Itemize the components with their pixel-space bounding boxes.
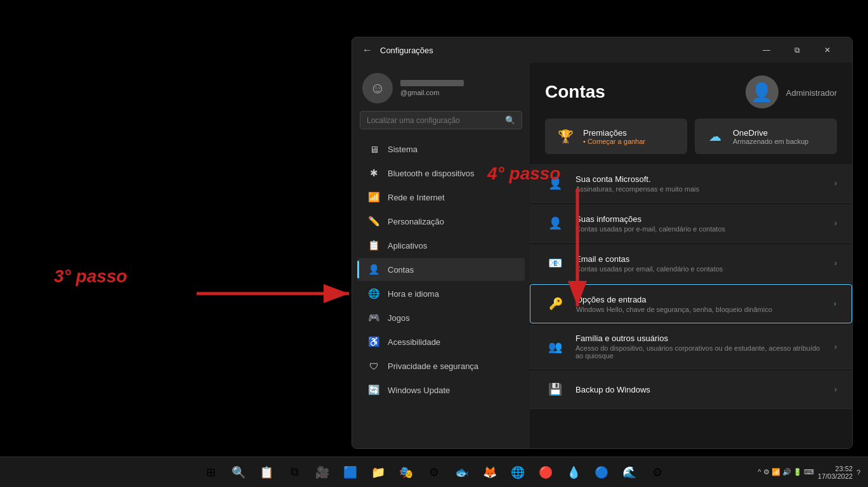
- taskbar-chrome[interactable]: 🌐: [505, 460, 530, 485]
- search-box[interactable]: 🔍: [360, 111, 522, 129]
- user-info: @gmail.com: [400, 80, 464, 96]
- microsoft-account-content: Sua conta Microsoft. Assinaturas, recomp…: [575, 174, 824, 193]
- taskbar-teams[interactable]: 🎥: [310, 460, 335, 485]
- microsoft-account-desc: Assinaturas, recompensas e muito mais: [575, 185, 824, 193]
- backup-content: Backup do Windows: [575, 385, 824, 394]
- nav-item-jogos[interactable]: 🎮 Jogos: [357, 306, 525, 329]
- nav-label-acessibilidade: Acessibilidade: [388, 337, 440, 347]
- taskbar-app4[interactable]: 💧: [561, 460, 586, 485]
- premiacoes-text: Premiações • Começar a ganhar: [583, 128, 645, 145]
- backup-title: Backup do Windows: [575, 385, 824, 394]
- taskbar-icons: ^ ⚙ 📶 🔊 🔋 ⌨: [758, 468, 813, 476]
- maximize-button[interactable]: ⧉: [782, 40, 812, 60]
- page-title: Contas: [545, 82, 605, 102]
- back-button[interactable]: ←: [362, 44, 372, 56]
- menu-backup[interactable]: 💾 Backup do Windows ›: [530, 370, 852, 409]
- settings-window: ← Configurações — ⧉ ✕ ☺ @gmail.com 🔍: [352, 37, 853, 449]
- suas-informacoes-desc: Contas usadas por e-mail, calendário e c…: [575, 225, 824, 233]
- info-cards: 🏆 Premiações • Começar a ganhar ☁ OneDri…: [530, 119, 852, 164]
- nav-item-windows-update[interactable]: 🔄 Windows Update: [357, 379, 525, 401]
- taskbar-widgets[interactable]: ⧉: [282, 460, 307, 485]
- suas-informacoes-content: Suas informações Contas usadas por e-mai…: [575, 214, 824, 233]
- taskbar-app5[interactable]: 🔵: [589, 460, 614, 485]
- taskbar-center: ⊞ 🔍 📋 ⧉ 🎥 🟦 📁 🎭 ⚙ 🐟 🦊 🌐 🔴 💧 🔵 🌊 ⚙: [198, 460, 670, 485]
- page-subtitle: Administrador: [786, 88, 837, 98]
- nav-label-sistema: Sistema: [388, 145, 418, 154]
- user-profile: ☺ @gmail.com: [352, 63, 530, 111]
- close-button[interactable]: ✕: [813, 40, 842, 60]
- taskbar-taskview[interactable]: 📋: [254, 460, 279, 485]
- contas-icon: 👤: [367, 263, 380, 276]
- nav-label-hora: Hora e idioma: [388, 289, 439, 299]
- taskbar-discord[interactable]: 🎭: [393, 460, 419, 485]
- taskbar-settings[interactable]: ⚙: [645, 460, 670, 485]
- nav-item-contas[interactable]: 👤 Contas: [357, 258, 525, 281]
- nav-label-aplicativos: Aplicativos: [388, 241, 427, 250]
- taskbar: ⊞ 🔍 📋 ⧉ 🎥 🟦 📁 🎭 ⚙ 🐟 🦊 🌐 🔴 💧 🔵 🌊 ⚙ ^ ⚙ 📶 …: [0, 457, 868, 487]
- taskbar-store[interactable]: 🟦: [338, 460, 363, 485]
- taskbar-firefox[interactable]: 🦊: [477, 460, 503, 485]
- nav-item-sistema[interactable]: 🖥 Sistema: [357, 138, 525, 160]
- windows-update-icon: 🔄: [367, 384, 380, 396]
- nav-label-contas: Contas: [388, 265, 414, 275]
- user-email: @gmail.com: [400, 89, 464, 96]
- nav-item-privacidade[interactable]: 🛡 Privacidade e segurança: [357, 354, 525, 377]
- nav-item-personalizacao[interactable]: ✏️ Personalização: [357, 210, 525, 233]
- nav-item-aplicativos[interactable]: 📋 Aplicativos: [357, 234, 525, 257]
- onedrive-sub: Armazenado em backup: [733, 138, 808, 145]
- microsoft-account-arrow: ›: [834, 179, 837, 188]
- email-contas-content: Email e contas Contas usadas por email, …: [575, 254, 824, 273]
- search-input[interactable]: [367, 116, 500, 125]
- user-name-bar: [400, 80, 464, 86]
- privacidade-icon: 🛡: [367, 360, 380, 372]
- familia-desc: Acesso do dispositivo, usuários corporat…: [575, 344, 824, 360]
- nav-item-rede[interactable]: 📶 Rede e Internet: [357, 186, 525, 209]
- email-contas-desc: Contas usadas por email, calendário e co…: [575, 265, 824, 273]
- rede-icon: 📶: [367, 191, 380, 204]
- time: 23:52: [835, 465, 853, 472]
- taskbar-app6[interactable]: 🌊: [617, 460, 642, 485]
- title-bar: ← Configurações — ⧉ ✕: [352, 37, 852, 63]
- familia-arrow: ›: [834, 342, 837, 351]
- nav-label-rede: Rede e Internet: [388, 193, 445, 202]
- taskbar-right: ^ ⚙ 📶 🔊 🔋 ⌨ 23:52 17/03/2022 ?: [758, 465, 860, 480]
- opcoes-entrada-desc: Windows Hello, chave de segurança, senha…: [576, 306, 824, 313]
- premiacoes-title: Premiações: [583, 128, 645, 138]
- suas-informacoes-arrow: ›: [834, 219, 837, 228]
- info-card-onedrive[interactable]: ☁ OneDrive Armazenado em backup: [695, 119, 837, 154]
- taskbar-app2[interactable]: 🐟: [449, 460, 475, 485]
- taskbar-search[interactable]: 🔍: [226, 460, 251, 485]
- taskbar-start[interactable]: ⊞: [198, 460, 223, 485]
- bluetooth-icon: ✱: [367, 167, 380, 179]
- familia-title: Família e outros usuários: [575, 334, 824, 343]
- backup-icon: 💾: [545, 379, 565, 399]
- backup-arrow: ›: [834, 385, 837, 394]
- premiacoes-icon: 🏆: [555, 126, 575, 146]
- arrow3-svg: [197, 284, 362, 303]
- nav-label-personalizacao: Personalização: [388, 217, 444, 226]
- opcoes-entrada-content: Opções de entrada Windows Hello, chave d…: [576, 295, 824, 313]
- taskbar-explorer[interactable]: 📁: [365, 460, 391, 485]
- taskbar-time: 23:52 17/03/2022: [818, 465, 853, 480]
- arrow4-svg: [558, 189, 596, 316]
- nav-label-jogos: Jogos: [388, 313, 410, 323]
- acessibilidade-icon: ♿: [367, 335, 380, 348]
- nav-label-privacidade: Privacidade e segurança: [388, 361, 478, 371]
- nav-item-hora[interactable]: 🌐 Hora e idioma: [357, 282, 525, 305]
- taskbar-app3[interactable]: 🔴: [533, 460, 558, 485]
- familia-content: Família e outros usuários Acesso do disp…: [575, 334, 824, 360]
- onedrive-title: OneDrive: [733, 128, 808, 138]
- personalizacao-icon: ✏️: [367, 215, 380, 228]
- taskbar-app1[interactable]: ⚙: [421, 460, 447, 485]
- page-header: Contas 👤 Administrador: [530, 63, 852, 119]
- opcoes-entrada-arrow: ›: [834, 299, 836, 308]
- info-card-premiacoes[interactable]: 🏆 Premiações • Começar a ganhar: [545, 119, 687, 154]
- menu-familia[interactable]: 👥 Família e outros usuários Acesso do di…: [530, 325, 852, 369]
- taskbar-help: ?: [857, 469, 860, 476]
- date: 17/03/2022: [818, 472, 853, 480]
- avatar: ☺: [362, 73, 393, 103]
- onedrive-icon: ☁: [705, 126, 725, 146]
- minimize-button[interactable]: —: [752, 40, 781, 60]
- nav-item-acessibilidade[interactable]: ♿ Acessibilidade: [357, 330, 525, 353]
- opcoes-entrada-title: Opções de entrada: [576, 295, 824, 304]
